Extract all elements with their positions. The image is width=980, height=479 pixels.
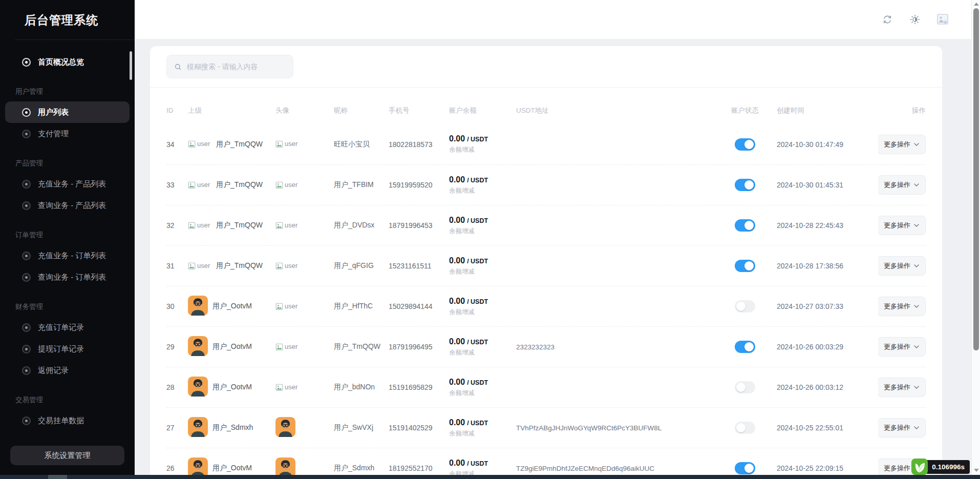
more-actions-button[interactable]: 更多操作: [878, 175, 926, 195]
scrollbar-thumb[interactable]: [973, 8, 979, 350]
balance-amount: 0.00/ USDT: [449, 256, 516, 265]
toggle-knob: [736, 423, 745, 432]
status-toggle[interactable]: [735, 260, 755, 272]
user-photo-avatar: [188, 296, 208, 316]
status-toggle[interactable]: [735, 341, 755, 353]
actions-cell: 更多操作: [878, 175, 926, 195]
balance-adjust-link[interactable]: 余额增减: [449, 145, 516, 154]
sidebar-item-label: 交易挂单数据: [38, 416, 84, 426]
chevron-down-icon: [914, 143, 919, 146]
sidebar-item[interactable]: 提现订单记录: [5, 338, 130, 360]
chevron-down-icon: [914, 426, 919, 429]
status-toggle[interactable]: [735, 462, 755, 474]
more-actions-button[interactable]: 更多操作: [878, 418, 926, 438]
status-toggle[interactable]: [735, 422, 755, 434]
broken-image-alt-text: user: [197, 221, 210, 229]
status-cell: [719, 179, 771, 191]
avatar-cell: user: [275, 140, 334, 149]
user-avatar-icon[interactable]: [936, 13, 949, 26]
more-actions-label: 更多操作: [884, 464, 910, 473]
sidebar-item[interactable]: 用户列表: [5, 101, 130, 123]
toggle-knob: [736, 302, 745, 311]
perf-plugin-icon[interactable]: [911, 458, 928, 475]
column-header: 手机号: [389, 106, 449, 115]
broken-image-icon: [275, 140, 283, 149]
page-scrollbar[interactable]: [971, 0, 980, 475]
sidebar-item[interactable]: 查询业务 - 产品列表: [5, 195, 130, 216]
balance-cell: 0.00/ USDT余额增减: [449, 459, 516, 475]
sidebar-item[interactable]: 返佣记录: [5, 360, 130, 381]
balance-adjust-link[interactable]: 余额增减: [449, 389, 516, 398]
balance-adjust-link[interactable]: 余额增减: [449, 308, 516, 317]
balance-amount: 0.00/ USDT: [449, 378, 516, 387]
scrollbar-down-arrow[interactable]: [974, 469, 979, 472]
balance-adjust-link[interactable]: 余额增减: [449, 186, 516, 195]
status-toggle[interactable]: [735, 138, 755, 151]
avatar-cell: user: [275, 221, 334, 230]
more-actions-button[interactable]: 更多操作: [878, 337, 926, 357]
refresh-icon[interactable]: [881, 13, 893, 26]
sidebar-item-label: 查询业务 - 订单列表: [38, 273, 106, 282]
sidebar-item[interactable]: 支付管理: [5, 123, 130, 144]
table-row: 33user用户_TmQQWuser用户_TFBIM159199595200.0…: [166, 164, 926, 205]
more-actions-button[interactable]: 更多操作: [878, 378, 926, 397]
theme-toggle-icon[interactable]: [909, 13, 921, 26]
parent-user-name: 用户_OotvM: [212, 342, 252, 351]
broken-image-icon: [188, 181, 196, 190]
balance-cell: 0.00/ USDT余额增减: [449, 337, 516, 357]
more-actions-button[interactable]: 更多操作: [878, 216, 926, 235]
sidebar-section-label: 产品管理: [0, 144, 135, 173]
status-cell: [719, 422, 771, 434]
main-content: ID上级头像昵称手机号账户余额USDT地址账户状态创建时间操作 34user用户…: [135, 39, 971, 475]
balance-adjust-link[interactable]: 余额增减: [449, 429, 516, 438]
sidebar-scrollbar-thumb[interactable]: [130, 51, 132, 80]
broken-avatar: user: [188, 181, 211, 190]
balance-value: 0.00: [449, 418, 465, 427]
sidebar-item[interactable]: 首页概况总览: [5, 51, 130, 73]
menu-dot-icon: [22, 273, 31, 282]
sidebar-item-label: 首页概况总览: [38, 57, 84, 67]
menu-dot-icon: [22, 108, 31, 117]
created-time-cell: 2024-10-28 17:38:56: [771, 262, 878, 270]
status-toggle[interactable]: [735, 179, 755, 191]
more-actions-button[interactable]: 更多操作: [878, 256, 926, 276]
column-header: 账户状态: [719, 106, 771, 115]
more-actions-button[interactable]: 更多操作: [878, 135, 926, 154]
balance-adjust-link[interactable]: 余额增减: [449, 267, 516, 276]
parent-user-name: 用户_TmQQW: [216, 261, 263, 270]
search-box[interactable]: [166, 55, 293, 78]
table-row: 34user用户_TmQQWuser旺旺小宝贝180228185730.00/ …: [166, 124, 926, 164]
balance-adjust-link[interactable]: 余额增减: [449, 348, 516, 357]
balance-amount: 0.00/ USDT: [449, 134, 516, 143]
sidebar-item[interactable]: 查询业务 - 订单列表: [5, 266, 130, 288]
scrollbar-up-arrow[interactable]: [974, 3, 979, 6]
status-toggle[interactable]: [735, 300, 755, 313]
avatar-cell: [275, 417, 334, 439]
balance-adjust-link[interactable]: 余额增减: [449, 470, 516, 475]
avatar: [188, 296, 208, 317]
user-photo-avatar: [188, 457, 208, 475]
status-toggle[interactable]: [735, 219, 755, 232]
status-toggle[interactable]: [735, 381, 755, 393]
more-actions-label: 更多操作: [884, 302, 910, 311]
sidebar-item[interactable]: 充值业务 - 产品列表: [5, 173, 130, 195]
usdt-address-cell: 2323232323: [516, 343, 719, 351]
phone-cell: 18022818573: [389, 140, 449, 149]
balance-cell: 0.00/ USDT余额增减: [449, 418, 516, 438]
sidebar-item[interactable]: 充值业务 - 订单列表: [5, 245, 130, 266]
more-actions-button[interactable]: 更多操作: [878, 297, 926, 316]
avatar: [188, 336, 208, 358]
balance-adjust-link[interactable]: 余额增减: [449, 227, 516, 236]
sidebar-item[interactable]: 交易挂单数据: [5, 410, 130, 431]
settings-button[interactable]: 系统设置管理: [10, 446, 124, 465]
broken-image-alt-text: user: [285, 221, 297, 229]
column-header-label: 昵称: [334, 107, 348, 114]
avatar-cell: user: [275, 343, 334, 351]
status-cell: [719, 138, 771, 151]
balance-amount: 0.00/ USDT: [449, 418, 516, 427]
avatar-cell: user: [275, 302, 334, 311]
phone-cell: 15029894144: [389, 302, 449, 310]
search-input[interactable]: [187, 63, 286, 71]
avatar: [275, 471, 295, 475]
sidebar-item[interactable]: 充值订单记录: [5, 317, 130, 338]
